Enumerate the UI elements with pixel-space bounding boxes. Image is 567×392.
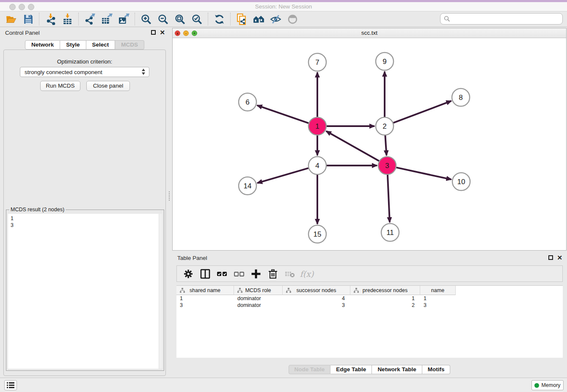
graph-node-15[interactable]: 15 [308, 225, 326, 243]
svg-text:6: 6 [245, 98, 249, 106]
hide-selected-button[interactable] [267, 12, 284, 26]
graph-node-7[interactable]: 7 [308, 53, 326, 71]
network-window-title: scc.txt [173, 30, 566, 36]
add-column-button[interactable] [250, 268, 261, 279]
svg-text:2: 2 [383, 122, 386, 130]
graph-edge-3-1[interactable] [326, 131, 379, 161]
refresh-network-button[interactable] [211, 12, 228, 26]
panel-splitter[interactable] [169, 191, 171, 201]
column-header-predecessor-nodes[interactable]: predecessor nodes [350, 286, 420, 295]
graph-node-10[interactable]: 10 [452, 173, 470, 190]
memory-button[interactable]: Memory [531, 380, 564, 390]
show-panels-button[interactable] [4, 380, 17, 390]
import-network-button[interactable] [42, 12, 59, 26]
toolbar-separator [135, 13, 135, 25]
result-scrollbar[interactable] [159, 214, 162, 369]
export-network-button[interactable] [81, 12, 98, 26]
column-header-successor-nodes[interactable]: successor nodes [283, 286, 350, 295]
delete-table-button [284, 268, 295, 279]
table-panel-title: Table Panel [177, 255, 207, 261]
toolbar-separator [230, 13, 231, 25]
network-graph[interactable]: 7968124314101511 [173, 38, 566, 250]
graph-node-3[interactable]: 3 [378, 157, 396, 174]
optimization-criterion-value: strongly connected component [25, 69, 102, 75]
control-panel-title: Control Panel [5, 30, 40, 36]
tab-network-table[interactable]: Network Table [372, 365, 422, 374]
mcds-result-textarea[interactable]: 1 3 [8, 214, 162, 369]
tab-network[interactable]: Network [25, 40, 60, 50]
flat-view-icon [237, 288, 242, 293]
split-columns-icon[interactable] [200, 268, 211, 279]
graph-node-11[interactable]: 11 [381, 224, 399, 241]
svg-text:14: 14 [244, 182, 252, 190]
column-header-name[interactable]: name [420, 286, 456, 295]
export-table-button[interactable] [98, 12, 115, 26]
cell-mcds-role: dominator [234, 302, 283, 309]
zoom-out-button[interactable] [154, 12, 171, 26]
fit-content-button[interactable] [171, 12, 188, 26]
close-panel-button[interactable]: Close panel [86, 81, 130, 91]
cell-predecessor-nodes: 1 [350, 295, 420, 302]
svg-text:8: 8 [459, 94, 462, 102]
table-row[interactable]: 1 dominator 4 1 1 [176, 295, 563, 302]
first-neighbors-button[interactable] [250, 12, 267, 26]
run-mcds-button[interactable]: Run MCDS [40, 81, 80, 91]
svg-text:1: 1 [315, 122, 319, 130]
table-panel: Table Panel ✕ f(x) [172, 252, 567, 377]
tab-select[interactable]: Select [86, 40, 116, 50]
close-panel-icon[interactable]: ✕ [160, 30, 165, 35]
close-table-panel-icon[interactable]: ✕ [557, 255, 562, 260]
open-session-button[interactable] [3, 12, 19, 26]
network-canvas[interactable]: 7968124314101511 [173, 38, 566, 250]
cell-successor-nodes: 4 [283, 295, 350, 302]
svg-text:15: 15 [314, 230, 322, 238]
result-line: 3 [11, 222, 160, 229]
graph-node-4[interactable]: 4 [308, 157, 326, 174]
svg-text:10: 10 [457, 178, 465, 186]
table-row[interactable]: 3 dominator 3 2 3 [176, 302, 563, 309]
select-all-checkboxes-icon[interactable] [217, 268, 228, 279]
graph-node-6[interactable]: 6 [239, 93, 256, 111]
tab-mcds[interactable]: MCDS [115, 40, 144, 50]
float-table-panel-icon[interactable] [548, 255, 553, 260]
tab-style[interactable]: Style [60, 40, 86, 50]
table-toolbar: f(x) [176, 265, 563, 282]
function-builder-button: f(x) [301, 268, 312, 279]
graph-node-9[interactable]: 9 [376, 52, 394, 70]
column-header-shared-name[interactable]: shared name [176, 286, 234, 295]
tab-edge-table[interactable]: Edge Table [330, 365, 372, 374]
search-input[interactable] [450, 15, 562, 23]
memory-status-icon [534, 383, 539, 388]
graph-edge-3-11[interactable] [388, 175, 390, 222]
float-panel-icon[interactable] [151, 30, 156, 35]
graph-node-2[interactable]: 2 [376, 117, 394, 135]
zoom-in-button[interactable] [138, 12, 154, 26]
select-stepper-icon [142, 69, 145, 75]
optimization-criterion-select[interactable]: strongly connected component [20, 67, 149, 77]
session-title: Session: New Session [0, 3, 567, 10]
graph-edge-4-14[interactable] [257, 168, 308, 183]
flat-view-icon [354, 288, 359, 293]
save-session-button[interactable] [19, 12, 36, 26]
import-table-button[interactable] [59, 12, 76, 26]
tab-node-table[interactable]: Node Table [289, 365, 331, 374]
graph-edge-3-10[interactable] [396, 168, 451, 179]
toolbar-separator [39, 13, 39, 25]
column-header-mcds-role[interactable]: MCDS role [234, 286, 283, 295]
search-box[interactable] [440, 13, 563, 25]
graph-node-1[interactable]: 1 [308, 117, 326, 135]
clone-network-button[interactable] [233, 12, 250, 26]
graph-node-8[interactable]: 8 [452, 88, 470, 106]
zoom-selected-button[interactable] [188, 12, 205, 26]
table-settings-button[interactable] [183, 268, 194, 279]
graph-node-14[interactable]: 14 [239, 177, 256, 195]
graph-edge-2-8[interactable] [394, 101, 451, 123]
delete-column-button[interactable] [267, 268, 278, 279]
graph-edge-2-3[interactable] [385, 135, 386, 155]
node-table: shared name MCDS role successor nodes pr… [176, 285, 563, 358]
tab-motifs[interactable]: Motifs [422, 365, 451, 374]
cell-name: 3 [420, 302, 456, 309]
graph-edge-1-6[interactable] [257, 105, 309, 123]
export-image-button[interactable] [115, 12, 132, 26]
deselect-all-checkboxes-icon[interactable] [234, 268, 245, 279]
